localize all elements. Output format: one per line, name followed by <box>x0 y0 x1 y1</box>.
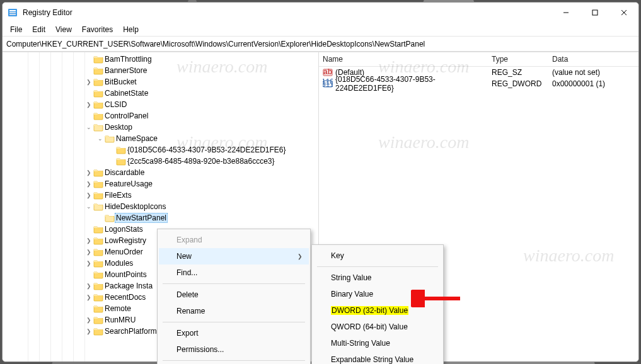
context-menu[interactable]: ExpandNew❯Find...DeleteRenameExportPermi… <box>157 229 311 364</box>
minimize-button[interactable] <box>551 3 580 23</box>
tree-item-label: Package Insta <box>103 282 154 290</box>
values-header: Name Type Data <box>319 52 638 67</box>
twisty-icon[interactable]: ❯ <box>84 294 93 300</box>
tree-item[interactable]: ❯Discardable <box>3 167 318 178</box>
twisty-icon[interactable]: ❯ <box>84 317 93 323</box>
tree-item-label: CabinetState <box>103 89 149 98</box>
value-type: REG_DWORD <box>492 79 552 88</box>
menu-edit[interactable]: Edit <box>27 24 50 35</box>
context-separator <box>163 360 305 361</box>
twisty-icon[interactable]: ❯ <box>84 260 93 266</box>
svg-rect-3 <box>9 14 16 15</box>
tree-item-label: Desktop <box>103 123 134 132</box>
menu-help[interactable]: Help <box>118 24 144 35</box>
twisty-icon[interactable]: ❯ <box>84 192 93 198</box>
tree-item[interactable]: ControlPanel <box>3 110 318 122</box>
header-type[interactable]: Type <box>492 55 552 64</box>
svg-rect-1 <box>9 10 16 11</box>
context-item-label: Expand <box>176 236 202 244</box>
tree-item[interactable]: ❯CLSID <box>3 99 318 110</box>
twisty-icon[interactable]: ❯ <box>84 283 93 289</box>
tree-item[interactable]: ⌄NameSpace <box>3 133 318 144</box>
context-item[interactable]: Delete <box>159 287 309 303</box>
tree-item[interactable]: ⌄HideDesktopIcons <box>3 201 318 212</box>
tree-item[interactable]: {2cc5ca98-6485-489a-920e-b3e88a6ccce3} <box>3 156 318 167</box>
tree-item-label: Remote <box>103 304 132 313</box>
context-item[interactable]: Expandable String Value <box>313 351 442 364</box>
svg-text:ab: ab <box>323 67 332 76</box>
menu-file[interactable]: File <box>5 24 27 35</box>
app-icon <box>8 8 18 18</box>
context-separator <box>163 283 305 284</box>
context-item[interactable]: Key <box>313 247 442 264</box>
context-item-label: Rename <box>176 307 205 316</box>
context-item-label: Export <box>176 329 199 338</box>
twisty-icon[interactable]: ❯ <box>84 328 93 334</box>
maximize-button[interactable] <box>580 3 609 23</box>
context-item[interactable]: QWORD (64-bit) Value <box>313 319 442 335</box>
twisty-icon[interactable]: ⌄ <box>96 135 105 142</box>
header-name[interactable]: Name <box>323 55 492 64</box>
twisty-icon[interactable]: ⌄ <box>84 124 93 130</box>
context-item[interactable]: Multi-String Value <box>313 335 442 351</box>
menu-favorites[interactable]: Favorites <box>77 24 118 35</box>
value-row[interactable]: 110011{018D5C66-4533-4307-9B53-224DE2ED1… <box>319 78 638 89</box>
context-item-label: DWORD (32-bit) Value <box>331 306 408 315</box>
tree-item-label: RunMRU <box>103 316 137 324</box>
tree-item-label: ControlPanel <box>103 111 149 120</box>
tree-item-label: LogonStats <box>103 225 144 234</box>
tree-item[interactable]: CabinetState <box>3 88 318 99</box>
context-item[interactable]: String Value <box>313 270 442 286</box>
value-type: REG_SZ <box>492 68 552 77</box>
tree-item[interactable]: BannerStore <box>3 65 318 76</box>
context-item[interactable]: Permissions... <box>159 341 309 358</box>
tree-item-label: FileExts <box>103 191 133 200</box>
context-separator <box>163 322 305 322</box>
context-item: Expand <box>159 232 309 248</box>
context-item-label: New <box>176 252 192 261</box>
context-item-label: Key <box>331 251 344 260</box>
tree-item[interactable]: ❯FileExts <box>3 190 318 201</box>
twisty-icon[interactable]: ❯ <box>84 169 93 176</box>
twisty-icon[interactable]: ❯ <box>84 101 93 108</box>
submenu-arrow-icon: ❯ <box>297 253 303 259</box>
menu-view[interactable]: View <box>50 24 77 35</box>
twisty-icon[interactable]: ❯ <box>84 181 93 187</box>
context-item[interactable]: New❯ <box>159 248 309 264</box>
tree-item[interactable]: BamThrottling <box>3 54 318 65</box>
tree-item-label: Discardable <box>103 168 146 177</box>
tree-item[interactable]: ⌄Desktop <box>3 122 318 133</box>
context-item-label: Delete <box>176 290 199 299</box>
addressbar[interactable]: Computer\HKEY_CURRENT_USER\Software\Micr… <box>3 37 638 52</box>
tree-item-label: BitBucket <box>103 77 138 86</box>
context-item[interactable]: Export <box>159 325 309 341</box>
value-name: {018D5C66-4533-4307-9B53-224DE2ED1FE6} <box>335 75 492 93</box>
header-data[interactable]: Data <box>552 55 635 64</box>
context-item[interactable]: Find... <box>159 264 309 281</box>
tree-item-label: MenuOrder <box>103 247 144 256</box>
close-button[interactable] <box>609 3 638 23</box>
twisty-icon[interactable]: ❯ <box>84 249 93 255</box>
address-path: Computer\HKEY_CURRENT_USER\Software\Micr… <box>6 40 425 48</box>
value-data: 0x00000001 (1) <box>552 79 635 88</box>
svg-rect-5 <box>592 10 598 15</box>
tree-item-label: FeatureUsage <box>103 179 154 188</box>
tree-item[interactable]: {018D5C66-4533-4307-9B53-224DE2ED1FE6} <box>3 144 318 156</box>
twisty-icon[interactable]: ❯ <box>84 237 93 244</box>
value-data: (value not set) <box>552 68 635 77</box>
context-separator <box>317 266 438 267</box>
twisty-icon[interactable]: ⌄ <box>84 203 93 210</box>
tree-item[interactable]: ❯BitBucket <box>3 76 318 88</box>
tree-item-label: NewStartPanel <box>115 213 168 223</box>
tree-item-label: BamThrottling <box>103 55 153 64</box>
tree-item-label: RecentDocs <box>103 293 147 302</box>
twisty-icon[interactable]: ❯ <box>84 79 93 85</box>
context-item-label: String Value <box>331 273 371 282</box>
annotation-arrow <box>411 290 461 307</box>
tree-item[interactable]: NewStartPanel <box>3 212 318 224</box>
titlebar[interactable]: Registry Editor <box>3 3 638 23</box>
context-item[interactable]: Rename <box>159 303 309 319</box>
context-item-label: Multi-String Value <box>331 339 390 348</box>
tree-item[interactable]: ❯FeatureUsage <box>3 178 318 190</box>
svg-text:011: 011 <box>323 80 333 89</box>
